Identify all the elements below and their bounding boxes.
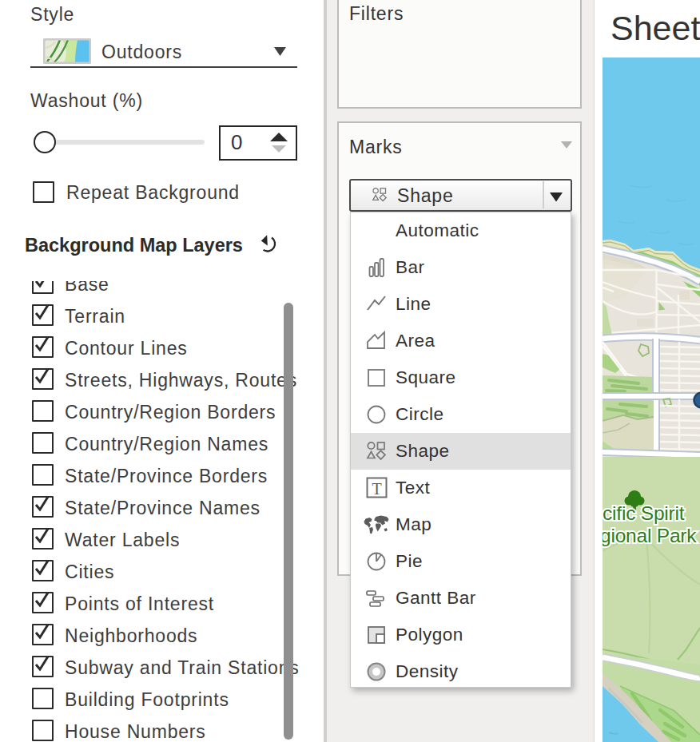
svg-text:cific Spirit: cific Spirit bbox=[603, 502, 685, 524]
svg-text:T: T bbox=[372, 480, 381, 498]
svg-text:gional Park: gional Park bbox=[603, 525, 697, 546]
